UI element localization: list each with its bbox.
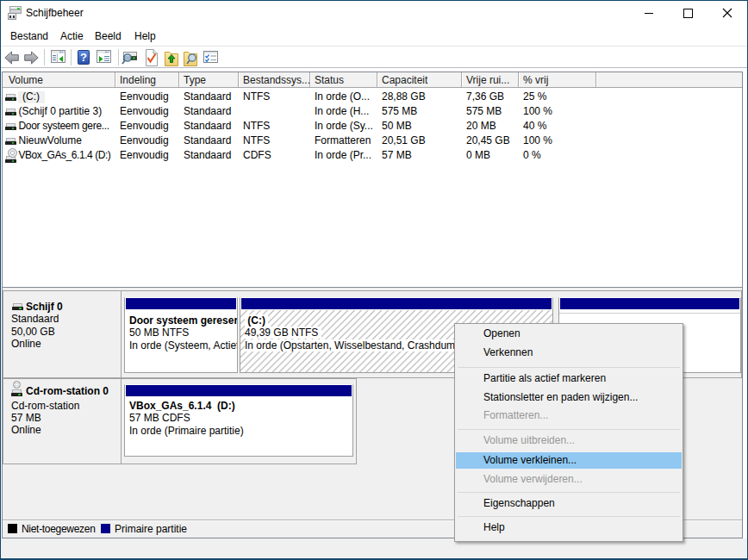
- svg-text:?: ?: [80, 51, 87, 64]
